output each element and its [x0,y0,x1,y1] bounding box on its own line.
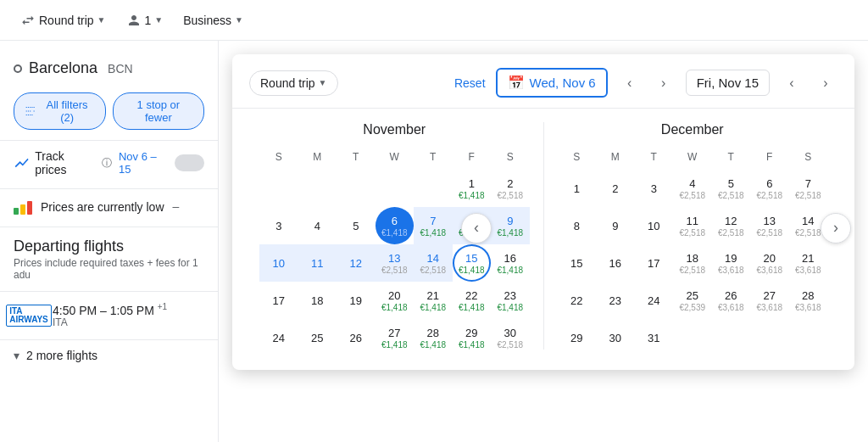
day-cell[interactable]: 24 [259,319,298,356]
cabin-chevron: ▼ [235,15,243,25]
flight-row[interactable]: ITAAIRWAYS 4:50 PM – 1:05 PM +1 ITA [0,291,218,339]
day-cell[interactable]: 1€1,418 [453,170,492,207]
day-cell[interactable]: 13€2,518 [750,207,789,244]
day-cell[interactable]: 9€1,418 [491,207,530,244]
prev-month-button[interactable]: ‹ [461,213,492,243]
calendar-panel: Round trip ▼ Reset 📅 Wed, Nov 6 ‹ › Fri,… [232,54,854,370]
roundtrip-dropdown[interactable]: Round trip ▼ [249,70,338,96]
day-cell[interactable]: 6€1,418 [376,207,415,244]
day-cell[interactable]: 16€1,418 [491,244,530,282]
day-cell[interactable]: 31 [635,319,674,356]
track-prices-toggle[interactable] [175,154,204,171]
day-cell[interactable]: 12 [337,244,376,282]
day-cell[interactable]: 10 [635,207,674,244]
day-cell[interactable]: 27€1,418 [376,319,415,356]
day-cell[interactable]: 25€2,539 [673,282,712,319]
day-cell[interactable]: 2€2,518 [491,170,530,207]
day-cell[interactable]: 21€3,618 [789,244,828,282]
day-cell[interactable]: 25 [298,319,337,356]
day-cell[interactable]: 5 [337,207,376,244]
day-cell[interactable]: 26 [337,319,376,356]
cabin-button[interactable]: Business ▼ [176,10,250,31]
day-cell[interactable]: 23€1,418 [491,282,530,319]
day-cell[interactable]: 19€3,618 [712,244,751,282]
day-cell[interactable]: 6€2,518 [750,170,789,207]
cabin-label: Business [183,14,231,27]
day-cell[interactable]: 27€3,618 [750,282,789,319]
mon-header: M [298,148,337,166]
day-cell[interactable]: 7€2,518 [789,170,828,207]
december-day-headers: S M T W T F S [558,148,828,166]
date-to-prev[interactable]: ‹ [780,71,804,95]
day-cell[interactable]: 15 [558,244,597,282]
november-day-headers: S M T W T F S [259,148,530,166]
day-cell[interactable]: 7€1,418 [414,207,453,244]
day-cell[interactable]: 5€2,518 [712,170,751,207]
day-cell[interactable]: 11 [298,244,337,282]
prices-low-dash: – [173,199,180,213]
date-from-box[interactable]: 📅 Wed, Nov 6 [496,68,608,98]
day-cell[interactable]: 14€2,518 [414,244,453,282]
calendar-header: Round trip ▼ Reset 📅 Wed, Nov 6 ‹ › Fri,… [232,54,854,109]
day-cell[interactable]: 20€1,418 [376,282,415,319]
day-cell[interactable]: 3 [259,207,298,244]
date-from-next[interactable]: › [652,71,676,95]
day-cell[interactable]: 18€2,518 [673,244,712,282]
day-cell [414,170,453,207]
track-dates: Nov 6 – 15 [119,150,170,176]
tue-header: T [337,148,376,166]
day-cell[interactable]: 29€1,418 [453,319,492,356]
day-cell[interactable]: 30€2,518 [491,319,530,356]
day-cell[interactable]: 28€1,418 [414,319,453,356]
day-cell[interactable]: 10 [259,244,298,282]
sidebar: Barcelona BCN All filters (2) 1 stop or … [0,41,219,442]
december-grid: 1234€2,5185€2,5186€2,5187€2,518891011€2,… [558,170,828,356]
top-bar: Round trip ▼ 1 ▼ Business ▼ [0,0,868,41]
day-cell[interactable]: 17 [635,244,674,282]
day-cell[interactable]: 19 [337,282,376,319]
day-cell[interactable]: 13€2,518 [376,244,415,282]
day-cell[interactable]: 8 [558,207,597,244]
day-cell[interactable]: 12€2,518 [712,207,751,244]
date-from-prev[interactable]: ‹ [618,71,642,95]
stops-filter-button[interactable]: 1 stop or fewer [113,92,204,130]
all-filters-button[interactable]: All filters (2) [14,92,106,130]
day-cell[interactable]: 3 [635,170,674,207]
next-month-button[interactable]: › [821,213,851,243]
day-cell[interactable]: 15€1,418 [453,244,492,282]
day-cell[interactable]: 22 [558,282,597,319]
trip-type-button[interactable]: Round trip ▼ [14,9,113,31]
day-cell[interactable]: 21€1,418 [414,282,453,319]
day-cell[interactable]: 9 [596,207,635,244]
date-to-box[interactable]: Fri, Nov 15 [686,70,770,96]
day-cell[interactable]: 26€3,618 [712,282,751,319]
price-bar-icon [14,201,32,215]
day-cell[interactable]: 24 [635,282,674,319]
day-cell[interactable]: 17 [259,282,298,319]
departing-subtitle: Prices include required taxes + fees for… [14,257,204,281]
day-cell[interactable]: 29 [558,319,597,356]
day-cell[interactable]: 4 [298,207,337,244]
day-cell[interactable]: 23 [596,282,635,319]
passengers-button[interactable]: 1 ▼ [120,9,170,31]
day-cell[interactable]: 18 [298,282,337,319]
day-cell[interactable]: 22€1,418 [453,282,492,319]
calendars-container: November S M T W T F S 1€1,4182€2,518345… [232,109,854,370]
day-cell[interactable]: 4€2,518 [673,170,712,207]
reset-button[interactable]: Reset [454,76,486,90]
more-flights-label: 2 more flights [26,349,97,362]
day-cell[interactable]: 20€3,618 [750,244,789,282]
date-to-next[interactable]: › [814,71,837,95]
day-cell[interactable]: 30 [596,319,635,356]
day-cell[interactable]: 28€3,618 [789,282,828,319]
day-cell[interactable]: 11€2,518 [673,207,712,244]
day-cell[interactable]: 1 [558,170,597,207]
track-icon [14,154,30,171]
november-calendar: November S M T W T F S 1€1,4182€2,518345… [246,115,543,356]
wed-header: W [376,148,415,166]
day-cell[interactable]: 16 [596,244,635,282]
day-cell[interactable]: 2 [596,170,635,207]
more-flights-row[interactable]: ▾ 2 more flights [0,339,218,371]
track-prices-row: Track prices ⓘ Nov 6 – 15 [0,140,218,185]
day-cell [376,170,415,207]
